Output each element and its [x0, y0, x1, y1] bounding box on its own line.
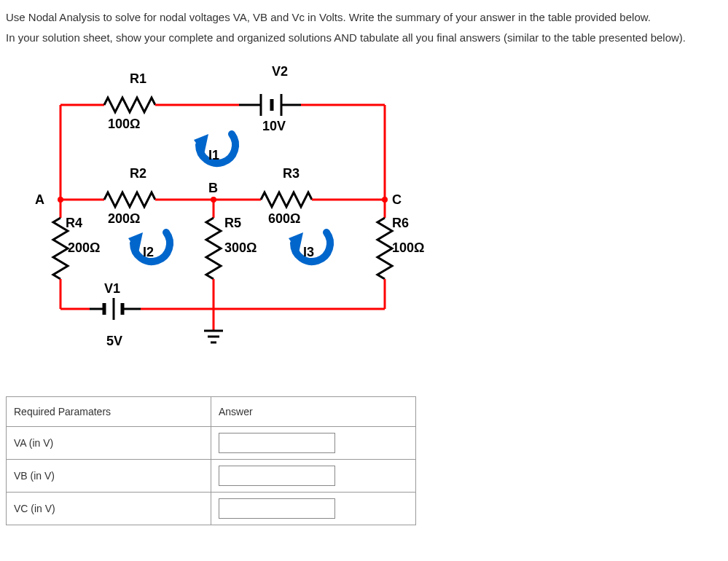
- label-r3-val: 600Ω: [268, 211, 300, 226]
- vc-input[interactable]: [219, 498, 335, 519]
- circuit-diagram: R1 100Ω V2 10V R2 200Ω R3 600Ω B A C R4 …: [20, 61, 428, 374]
- node-c-label: C: [392, 192, 402, 207]
- answer-table: Required Paramaters Answer VA (in V) VB …: [6, 396, 416, 525]
- label-r2-val: 200Ω: [108, 211, 140, 226]
- label-v2-val: 10V: [262, 119, 286, 133]
- table-row: VC (in V): [7, 493, 416, 525]
- header-answer: Answer: [211, 397, 416, 427]
- label-i1: I1: [208, 148, 219, 162]
- label-r3: R3: [283, 166, 300, 181]
- row-label-vc: VC (in V): [7, 493, 211, 525]
- label-v2: V2: [272, 64, 288, 79]
- vb-input[interactable]: [219, 466, 335, 486]
- label-r5: R5: [224, 216, 241, 230]
- label-r6: R6: [392, 216, 409, 230]
- va-input[interactable]: [219, 433, 335, 453]
- table-header-row: Required Paramaters Answer: [7, 397, 416, 427]
- node-a-label: A: [35, 192, 44, 207]
- node-b-label: B: [208, 181, 218, 195]
- label-r1: R1: [130, 71, 146, 86]
- row-label-va: VA (in V): [7, 427, 211, 460]
- header-required: Required Paramaters: [7, 397, 211, 427]
- label-r4-val: 200Ω: [68, 240, 100, 255]
- label-r4: R4: [66, 216, 82, 230]
- label-i3: I3: [303, 245, 314, 259]
- label-r2: R2: [130, 166, 146, 181]
- instruction-line-2: In your solution sheet, show your comple…: [6, 29, 722, 47]
- label-r5-val: 300Ω: [224, 240, 257, 255]
- label-v1-val: 5V: [106, 334, 122, 348]
- label-v1: V1: [104, 281, 120, 296]
- row-label-vb: VB (in V): [7, 460, 211, 493]
- label-r6-val: 100Ω: [392, 240, 424, 255]
- instruction-line-1: Use Nodal Analysis to solve for nodal vo…: [6, 9, 722, 26]
- table-row: VB (in V): [7, 460, 416, 493]
- label-r1-val: 100Ω: [108, 117, 140, 131]
- table-row: VA (in V): [7, 427, 416, 460]
- label-i2: I2: [143, 245, 154, 259]
- problem-instructions: Use Nodal Analysis to solve for nodal vo…: [6, 9, 722, 47]
